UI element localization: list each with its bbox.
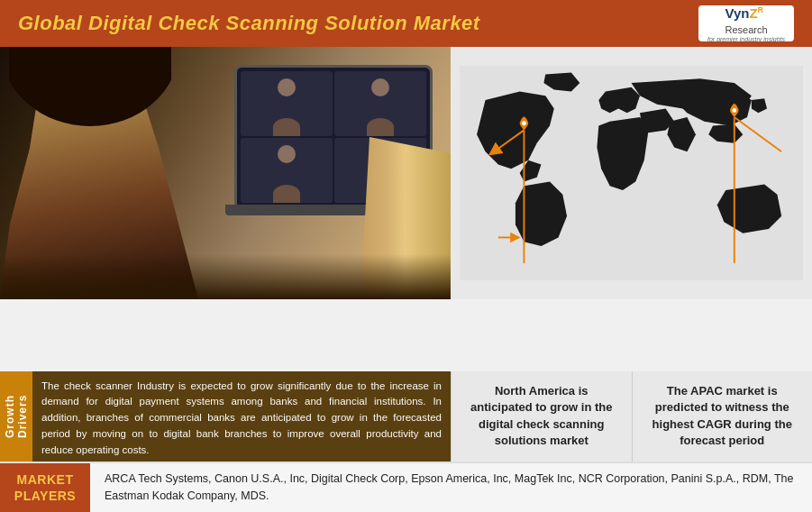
logo-brand: VynZR Research xyxy=(725,5,767,36)
page-title: Global Digital Check Scanning Solution M… xyxy=(18,12,480,35)
growth-drivers-section: Growth Drivers The check scanner Industr… xyxy=(0,371,451,462)
video-cell-1 xyxy=(241,71,333,136)
logo-tagline: for premier industry insights xyxy=(707,36,785,42)
market-players-section: MARKET PLAYERS ARCA Tech Systems, Canon … xyxy=(0,462,812,512)
table-surface xyxy=(0,254,451,299)
north-america-card: North America is anticipated to grow in … xyxy=(451,371,632,462)
apac-card: The APAC market is predicted to witness … xyxy=(632,371,813,462)
main-wrapper: Growth Drivers The check scanner Industr… xyxy=(0,47,812,512)
svg-point-2 xyxy=(522,121,526,125)
market-players-list: ARCA Tech Systems, Canon U.S.A., Inc, Di… xyxy=(90,463,812,512)
world-map-section xyxy=(451,47,812,299)
world-map-svg xyxy=(460,56,803,290)
video-cell-3 xyxy=(241,138,333,203)
logo-research: Research xyxy=(725,24,767,35)
hero-image xyxy=(0,47,451,299)
logo-registered: R xyxy=(758,5,764,14)
regional-cards: North America is anticipated to grow in … xyxy=(451,371,812,462)
top-row xyxy=(0,47,812,371)
growth-drivers-label: Growth Drivers xyxy=(0,371,32,462)
video-cell-2 xyxy=(334,71,426,136)
bottom-section: Growth Drivers The check scanner Industr… xyxy=(0,371,812,462)
logo: VynZR Research for premier industry insi… xyxy=(698,5,794,41)
header: Global Digital Check Scanning Solution M… xyxy=(0,0,812,47)
growth-drivers-text: The check scanner Industry is expected t… xyxy=(32,371,451,462)
market-players-label: MARKET PLAYERS xyxy=(0,463,90,512)
world-map-container xyxy=(460,56,803,290)
logo-accent: Z xyxy=(749,5,757,21)
svg-point-4 xyxy=(732,108,736,113)
